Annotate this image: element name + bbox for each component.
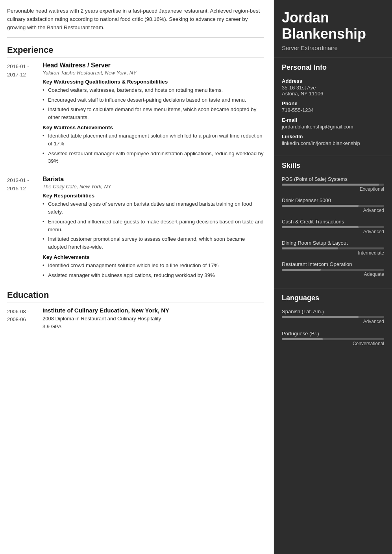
skill-name: Restaurant Intercom Operation [282,261,384,267]
personal-info-section: Personal Info Address 35-16 31st Ave Ast… [274,58,392,156]
skill-name: Cash & Credit Transactions [282,219,384,225]
phone-label: Phone [282,100,384,106]
edu-dates: 2006-08 -2008-06 [7,307,43,331]
job-entry: 2016-01 -2017-12Head Waitress / ServerYa… [7,62,264,167]
edu-entry: 2006-08 -2008-06Institute of Culinary Ed… [7,307,264,331]
education-section: Education 2006-08 -2008-06Institute of C… [7,290,264,331]
email-value: jordan.blankenship@gmail.com [282,124,384,130]
lang-level: Conversational [282,341,384,346]
address-label: Address [282,78,384,84]
skills-entries: POS (Point of Sale) SystemsExceptionalDr… [282,176,384,277]
name-section: Jordan Blankenship Server Extraordinaire [274,0,392,58]
summary-text: Personable head waitress with 2 years ex… [7,7,264,38]
resume-container: Personable head waitress with 2 years ex… [0,0,392,554]
phone-value: 718-555-1234 [282,107,384,113]
lang-level: Advanced [282,319,384,324]
left-column: Personable head waitress with 2 years ex… [0,0,274,554]
job-company: The Cozy Cafe, New York, NY [43,184,264,190]
languages-title: Languages [282,294,384,304]
experience-section: Experience 2016-01 -2017-12Head Waitress… [7,45,264,281]
skill-bar-fill [282,269,321,271]
subsection-title: Key Achievements [43,254,264,260]
subsection-title: Key Waitressing Qualifications & Respons… [43,79,264,85]
education-entries: 2006-08 -2008-06Institute of Culinary Ed… [7,307,264,331]
address-item: Address 35-16 31st Ave Astoria, NY 11106 [282,78,384,97]
skill-name: Dining Room Setup & Layout [282,240,384,246]
linkedin-value: linkedin.com/in/jordan.blankenship [282,140,384,146]
job-details: Head Waitress / ServerYakitori Taisho Re… [43,62,264,167]
edu-gpa: 3.9 GPA [43,323,169,331]
job-dates: 2016-01 -2017-12 [7,62,43,167]
job-entry: 2013-01 -2015-12BaristaThe Cozy Cafe, Ne… [7,176,264,281]
bullet-list: Coached several types of servers on bari… [43,200,264,251]
edu-degree: 2008 Diploma in Restaurant and Culinary … [43,315,169,323]
lang-name: Portuguese (Br.) [282,331,384,336]
skill-bar-bg [282,205,384,207]
list-item: Instituted customer promotional survey t… [43,235,264,251]
lang-item: Spanish (Lat. Am.)Advanced [282,309,384,324]
address-line2: Astoria, NY 11106 [282,91,384,97]
skills-section: Skills POS (Point of Sale) SystemsExcept… [274,156,392,288]
skill-name: Drink Dispenser 5000 [282,197,384,203]
list-item: Identified crowd management solution whi… [43,262,264,270]
skill-bar-bg [282,269,384,271]
skill-name: POS (Point of Sale) Systems [282,176,384,182]
subsection-title: Key Waitress Achievements [43,125,264,130]
linkedin-label: LinkedIn [282,134,384,139]
skill-item: Dining Room Setup & LayoutIntermediate [282,240,384,256]
edu-details: Institute of Culinary Education, New Yor… [43,307,169,331]
lang-bar-bg [282,316,384,318]
skill-bar-fill [282,184,379,186]
skills-title: Skills [282,162,384,171]
job-details: BaristaThe Cozy Cafe, New York, NYKey Re… [43,176,264,281]
skill-item: Cash & Credit TransactionsAdvanced [282,219,384,234]
phone-item: Phone 718-555-1234 [282,100,384,113]
lang-bar-fill [282,316,359,318]
email-label: E-mail [282,117,384,123]
job-company: Yakitori Taisho Restaurant, New York, NY [43,70,264,76]
skill-item: POS (Point of Sale) SystemsExceptional [282,176,384,192]
lang-bar-bg [282,338,384,340]
job-dates: 2013-01 -2015-12 [7,176,43,281]
lang-name: Spanish (Lat. Am.) [282,309,384,314]
skill-item: Restaurant Intercom OperationAdequate [282,261,384,277]
skill-level: Advanced [282,208,384,213]
education-title: Education [7,290,264,303]
languages-entries: Spanish (Lat. Am.)AdvancedPortuguese (Br… [282,309,384,346]
list-item: Identified table placement and managemen… [43,132,264,148]
skill-item: Drink Dispenser 5000Advanced [282,197,384,213]
list-item: Encouraged wait staff to influence desse… [43,96,264,104]
edu-school: Institute of Culinary Education, New Yor… [43,307,169,314]
list-item: Coached waiters, waitresses, bartenders,… [43,86,264,94]
skill-level: Intermediate [282,250,384,256]
list-item: Encouraged and influenced cafe guests to… [43,218,264,234]
skill-level: Exceptional [282,186,384,192]
list-item: Assisted restaurant manager with employe… [43,150,264,165]
job-title: Barista [43,176,264,183]
list-item: Coached several types of servers on bari… [43,200,264,216]
bullet-list: Coached waiters, waitresses, bartenders,… [43,86,264,121]
linkedin-item: LinkedIn linkedin.com/in/jordan.blankens… [282,134,384,146]
skill-bar-fill [282,226,359,228]
lang-item: Portuguese (Br.)Conversational [282,331,384,346]
email-item: E-mail jordan.blankenship@gmail.com [282,117,384,130]
bullet-list: Identified crowd management solution whi… [43,262,264,279]
skill-bar-fill [282,205,359,207]
skill-level: Adequate [282,271,384,277]
job-title: Head Waitress / Server [43,62,264,69]
languages-section: Languages Spanish (Lat. Am.)AdvancedPort… [274,288,392,358]
right-column: Jordan Blankenship Server Extraordinaire… [274,0,392,554]
experience-title: Experience [7,45,264,58]
skill-bar-bg [282,184,384,186]
address-line1: 35-16 31st Ave [282,85,384,91]
experience-entries: 2016-01 -2017-12Head Waitress / ServerYa… [7,62,264,281]
bullet-list: Identified table placement and managemen… [43,132,264,165]
skill-bar-bg [282,247,384,249]
list-item: Assisted manager with business applicati… [43,271,264,279]
personal-info-title: Personal Info [282,63,384,73]
skill-bar-fill [282,247,338,249]
list-item: Instituted survey to calculate demand fo… [43,106,264,121]
skill-bar-bg [282,226,384,228]
subsection-title: Key Responsibilities [43,193,264,199]
skill-level: Advanced [282,229,384,234]
